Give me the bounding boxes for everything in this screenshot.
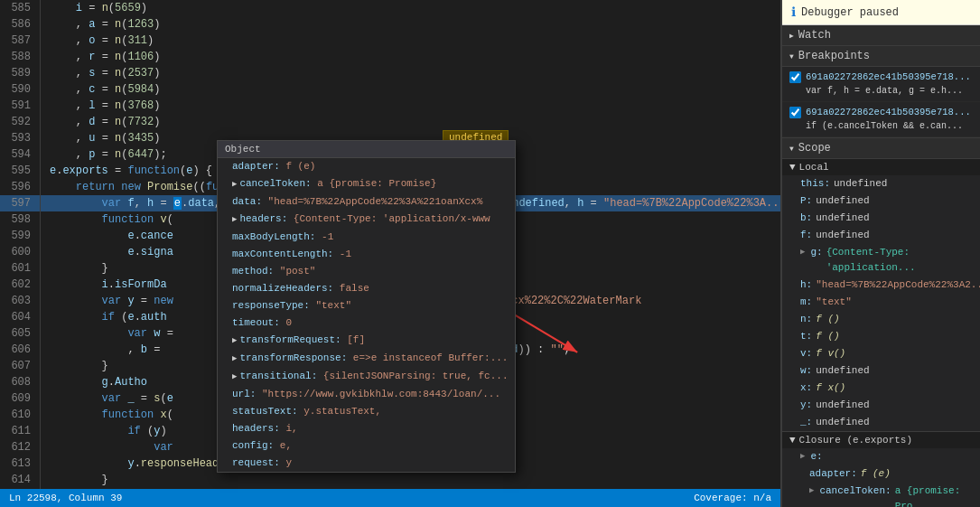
breakpoints-header[interactable]: ▼ Breakpoints [782,46,980,67]
line-content: , o = n(311) [41,33,154,49]
line-number: 600 [0,244,41,260]
line-number: 593 [0,130,41,146]
tooltip-item: request: y [218,455,515,472]
breakpoint-checkbox-1[interactable] [789,71,801,83]
tooltip-item: timeout: 0 [218,315,515,332]
breakpoint-item-2[interactable]: 691a02272862ec41b50395e718... if (e.canc… [782,102,980,137]
scope-var-n: n: f () [782,311,980,328]
tooltip-item: url: "https://www.gvkibkhlw.com:8443/loa… [218,386,515,403]
code-line: 587 , o = n(311) [0,33,780,49]
line-content: e.signa [41,244,173,260]
line-number: 590 [0,81,41,98]
scope-var-adapter: adapter: f (e) [782,465,980,483]
line-number: 604 [0,309,41,325]
tooltip-item[interactable]: ▶headers: {Content-Type: 'application/x-… [218,211,515,229]
tooltip-item: adapter: f (e) [218,158,515,175]
line-content: var [41,439,173,455]
scope-var-value: undefined [816,415,869,430]
scope-var-value: f (e) [861,466,891,482]
scope-var-canceltoken[interactable]: ▶ cancelToken: a {promise: Pro... [782,483,980,507]
line-content: var w = [41,325,173,342]
scope-header[interactable]: ▼ Scope [782,138,980,159]
scope-var-e[interactable]: ▶ e: [782,448,980,465]
scope-var-name: w: [800,363,812,379]
scope-var-name: n: [800,312,812,327]
line-number: 599 [0,228,41,244]
line-number: 609 [0,390,41,407]
scope-var-name: f: [800,228,812,243]
line-content: , l = n(3768) [41,98,160,114]
line-number: 594 [0,146,41,163]
line-content: , u = n(3435) [41,130,160,146]
tooltip-header: Object [218,141,515,158]
scope-var-name: _: [800,415,812,430]
variable-tooltip[interactable]: Object adapter: f (e) ▶cancelToken: a {p… [217,140,516,473]
tooltip-item: statusText: y.statusText, [218,403,515,420]
scope-var-this: this: undefined [782,175,980,192]
line-number: 598 [0,211,41,228]
line-number: 611 [0,423,41,439]
info-icon: ℹ [791,5,796,20]
tooltip-item: config: e, [218,437,515,455]
tooltip-item: maxContentLength: -1 [218,246,515,263]
line-number: 585 [0,0,41,16]
breakpoint-checkbox-2[interactable] [789,107,801,118]
line-content: , a = n(1263) [41,16,160,33]
watch-section-header[interactable]: ▶ Watch [782,25,980,46]
scope-local-label: Local [799,162,829,173]
scope-var-name: g: [810,245,822,276]
line-content: e.cance [41,228,173,244]
scope-var-g[interactable]: ▶ g: {Content-Type: 'application... [782,244,980,277]
right-panel: ℹ Debugger paused ▶ Watch ▼ Breakpoints … [781,0,980,507]
line-content: g.Autho [41,374,147,390]
line-number: 614 [0,472,41,488]
scope-var-value: undefined [816,363,869,379]
line-number: 591 [0,98,41,114]
cursor-position: Ln 22598, Column 39 [9,493,122,503]
breakpoint-subtext-1: var f, h = e.data, g = e.h... [806,84,971,99]
line-content: if (y) [41,423,167,439]
scope-var-value: {Content-Type: 'application... [826,245,973,276]
status-bar: Ln 22598, Column 39 Coverage: n/a [0,489,780,507]
code-line: 591 , l = n(3768) [0,98,780,114]
scope-var-b: b: undefined [782,210,980,227]
scope-closure-header[interactable]: ▼ Closure (e.exports) [782,432,980,448]
line-number: 602 [0,277,41,293]
line-content: } [41,358,108,374]
scope-var-y: y: undefined [782,397,980,414]
scope-closure-label: Closure (e.exports) [799,435,912,446]
scope-var-value: "head=%7B%22AppCode%22%3A2... [816,277,980,293]
scope-var-name: v: [800,346,812,361]
code-area[interactable]: 585 i = n(5659) 586 , a = n(1263) 587 , … [0,0,780,507]
coverage-status: Coverage: n/a [694,493,771,503]
line-number: 595 [0,163,41,179]
code-line: 614 } [0,472,780,488]
breakpoint-item-1[interactable]: 691a02272862ec41b50395e718... var f, h =… [782,67,980,102]
debugger-paused-banner: ℹ Debugger paused [782,0,980,25]
scope-var-value: undefined [834,176,887,192]
tooltip-item[interactable]: ▶transformRequest: [f] [218,332,515,350]
line-content: } [41,260,108,277]
code-line: 589 , s = n(2537) [0,65,780,81]
tooltip-item[interactable]: ▶cancelToken: a {promise: Promise} [218,175,515,193]
scope-local-header[interactable]: ▼ Local [782,159,980,175]
scope-var-value: undefined [816,398,869,413]
code-panel: 585 i = n(5659) 586 , a = n(1263) 587 , … [0,0,781,507]
scope-var-name: h: [800,277,812,293]
scope-var-value: f () [816,312,839,327]
scope-expand-arrow: ▶ [800,245,805,276]
code-line: 590 , c = n(5984) [0,81,780,98]
scope-expand-icon: ▼ [789,145,794,153]
line-number: 596 [0,179,41,195]
code-line: 586 , a = n(1263) [0,16,780,33]
watch-expand-icon: ▶ [789,32,794,40]
scope-var-name: x: [800,380,812,396]
tooltip-item[interactable]: ▶transformResponse: e=>e instanceof Buff… [218,350,515,368]
breakpoints-section: ▼ Breakpoints 691a02272862ec41b50395e718… [782,46,980,138]
tooltip-item: headers: i, [218,420,515,437]
scope-var-value: "text" [816,295,852,310]
line-number: 597 [0,195,41,211]
debugger-paused-label: Debugger paused [801,6,899,19]
breakpoint-text-2: 691a02272862ec41b50395e718... [806,105,971,119]
tooltip-item[interactable]: ▶transitional: {silentJSONParsing: true,… [218,368,515,386]
